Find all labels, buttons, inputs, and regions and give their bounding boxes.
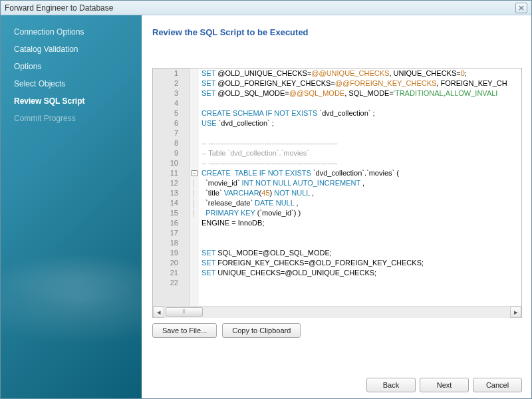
horizontal-scrollbar[interactable]: ◂ ▸ [153,306,521,317]
code-line: -- -------------------------------------… [201,138,521,148]
page-title: Review the SQL Script to be Executed [152,27,522,37]
code-line: `release_date` DATE NULL , [201,198,521,208]
fold-cell: │ [190,188,199,198]
line-number: 2 [153,78,182,88]
fold-cell [190,248,199,258]
line-number: 21 [153,268,182,278]
window-title: Forward Engineer to Database [5,3,515,13]
scroll-left-button[interactable]: ◂ [153,307,164,318]
line-number: 10 [153,158,182,168]
code-area[interactable]: SET @OLD_UNIQUE_CHECKS=@@UNIQUE_CHECKS, … [199,68,521,306]
sidebar-item-review-sql-script[interactable]: Review SQL Script [1,92,142,110]
scroll-right-button[interactable]: ▸ [510,307,521,318]
line-number: 7 [153,128,182,138]
line-number: 9 [153,148,182,158]
copy-to-clipboard-button[interactable]: Copy to Clipboard [222,323,301,338]
fold-cell [190,148,199,158]
wizard-footer: Back Next Cancel [152,372,522,392]
code-line: SET UNIQUE_CHECKS=@OLD_UNIQUE_CHECKS; [201,268,521,278]
code-line: ENGINE = InnoDB; [201,218,521,228]
sidebar-item-commit-progress: Commit Progress [1,110,142,127]
sidebar-item-options[interactable]: Options [1,58,142,75]
fold-cell [190,138,199,148]
code-line: -- -------------------------------------… [201,158,521,168]
line-number: 11 [153,168,182,178]
code-line: `movie_id` INT NOT NULL AUTO_INCREMENT , [201,178,521,188]
code-line: SET FOREIGN_KEY_CHECKS=@OLD_FOREIGN_KEY_… [201,258,521,268]
fold-cell [190,218,199,228]
line-number: 14 [153,198,182,208]
line-number: 5 [153,108,182,118]
code-line: SET @OLD_FOREIGN_KEY_CHECKS=@@FOREIGN_KE… [201,78,521,88]
line-number: 18 [153,238,182,248]
fold-cell: │ [190,178,199,188]
cancel-button[interactable]: Cancel [473,378,522,392]
line-number: 6 [153,118,182,128]
fold-cell [190,228,199,238]
titlebar: Forward Engineer to Database [1,1,531,15]
fold-column: −││││ [190,68,199,306]
sidebar-item-connection-options[interactable]: Connection Options [1,23,142,41]
code-line [201,278,521,288]
fold-cell: │ [190,208,199,218]
line-number: 4 [153,98,182,108]
line-number: 3 [153,88,182,98]
line-number: 13 [153,188,182,198]
line-number: 20 [153,258,182,268]
close-icon [519,5,524,11]
fold-cell [190,68,199,78]
next-button[interactable]: Next [420,378,469,392]
fold-cell [190,238,199,248]
save-to-file-button[interactable]: Save to File... [152,323,217,338]
code-line: USE `dvd_collection` ; [201,118,521,128]
fold-cell [190,78,199,88]
sql-editor[interactable]: 12345678910111213141516171819202122 −│││… [152,68,522,318]
back-button[interactable]: Back [366,378,416,392]
line-number: 1 [153,68,182,78]
code-line: PRIMARY KEY (`movie_id`) ) [201,208,521,218]
code-line: `title` VARCHAR(45) NOT NULL , [201,188,521,198]
line-number: 22 [153,278,182,288]
code-line: -- Table `dvd_collection`.`movies` [201,148,521,158]
action-row: Save to File... Copy to Clipboard [152,323,522,338]
fold-cell [190,258,199,268]
fold-cell: │ [190,198,199,208]
fold-cell [190,108,199,118]
line-number: 16 [153,218,182,228]
fold-cell [190,118,199,128]
code-line [201,238,521,248]
sidebar-item-select-objects[interactable]: Select Objects [1,75,142,92]
code-line: SET @OLD_UNIQUE_CHECKS=@@UNIQUE_CHECKS, … [201,68,521,78]
fold-cell [190,88,199,98]
line-number: 15 [153,208,182,218]
line-number: 12 [153,178,182,188]
code-line: CREATE SCHEMA IF NOT EXISTS `dvd_collect… [201,108,521,118]
code-line [201,228,521,238]
fold-toggle-icon[interactable]: − [192,170,198,176]
code-line [201,128,521,138]
fold-cell[interactable]: − [190,168,199,178]
fold-cell [190,278,199,288]
main-panel: Review the SQL Script to be Executed 123… [142,15,531,399]
sidebar: Connection OptionsCatalog ValidationOpti… [1,15,142,399]
line-number: 19 [153,248,182,258]
line-number: 8 [153,138,182,148]
fold-cell [190,268,199,278]
line-gutter: 12345678910111213141516171819202122 [153,68,190,306]
fold-cell [190,158,199,168]
fold-cell [190,98,199,108]
code-line: CREATE TABLE IF NOT EXISTS `dvd_collecti… [201,168,521,178]
code-line: SET SQL_MODE=@OLD_SQL_MODE; [201,248,521,258]
code-line [201,98,521,108]
scroll-thumb[interactable] [166,307,203,317]
line-number: 17 [153,228,182,238]
scroll-track[interactable] [164,307,510,318]
code-line: SET @OLD_SQL_MODE=@@SQL_MODE, SQL_MODE='… [201,88,521,98]
close-button[interactable] [515,3,527,13]
fold-cell [190,128,199,138]
sidebar-item-catalog-validation[interactable]: Catalog Validation [1,41,142,58]
